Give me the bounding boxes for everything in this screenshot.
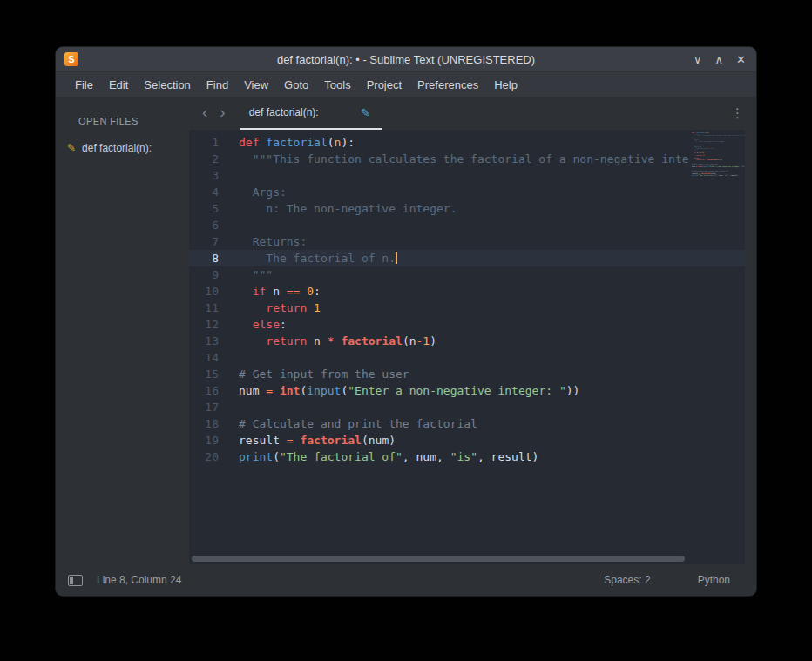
line-number: 1 [189,134,219,151]
line-number: 8 [189,250,219,266]
code-line[interactable]: 8 The factorial of n. [189,250,745,266]
code-line[interactable]: 9 """ [189,266,745,283]
line-number: 9 [189,266,219,283]
line-number: 18 [189,415,219,432]
menu-item-selection[interactable]: Selection [136,78,198,91]
window-title: def factorial(n): • - Sublime Text (UNRE… [56,53,756,66]
minimize-icon[interactable]: ∨ [694,54,702,65]
line-number: 15 [189,366,219,382]
tab-factorial-file[interactable]: def factorial(n): ✎ [240,97,382,130]
code-line[interactable]: 7 Returns: [189,233,745,250]
sidebar-file-label: def factorial(n): [82,142,152,154]
nav-back-button[interactable]: ‹ [196,103,213,122]
line-number: 19 [189,432,219,449]
editor-area[interactable]: 1def factorial(n):2 """This function cal… [189,130,745,564]
minimap-line: 20print("The factorial of", num, "is", r… [692,174,745,177]
menu-item-preferences[interactable]: Preferences [409,78,486,91]
code-line[interactable]: 10 if n == 0: [189,283,745,300]
line-number: 5 [189,200,219,217]
syntax-selector[interactable]: Python [698,574,730,586]
code-line[interactable]: 17 [189,399,745,415]
code-line[interactable]: 6 [189,217,745,233]
code-line[interactable]: 19result = factorial(num) [189,432,745,449]
sidebar-item-factorial-file[interactable]: ✎ def factorial(n): [56,142,189,154]
cursor-position-status: Line 8, Column 24 [97,574,181,586]
line-number: 2 [189,151,219,167]
nav-forward-button[interactable]: › [213,103,231,122]
code-line[interactable]: 4 Args: [189,184,745,200]
tab-bar: ‹ › def factorial(n): ✎ ⋮ [189,97,756,130]
code-lines[interactable]: 1def factorial(n):2 """This function cal… [189,130,745,465]
code-line[interactable]: 5 n: The non-negative integer. [189,200,745,217]
code-line[interactable]: 13 return n * factorial(n-1) [189,333,745,349]
code-line[interactable]: 2 """This function calculates the factor… [189,151,745,167]
code-line[interactable]: 15# Get input from the user [189,366,745,382]
sublime-logo-icon: S [64,52,78,66]
sidebar: OPEN FILES ✎ def factorial(n): [56,97,189,564]
menu-item-edit[interactable]: Edit [101,78,136,91]
menu-bar: File Edit Selection Find View Goto Tools… [56,71,756,97]
line-number: 17 [189,399,219,415]
line-number: 14 [189,349,219,366]
line-number: 20 [189,449,219,465]
sublime-window: S def factorial(n): • - Sublime Text (UN… [56,47,756,596]
code-line[interactable]: 1def factorial(n): [189,134,745,151]
menu-item-project[interactable]: Project [359,78,409,91]
minimap[interactable]: 1def factorial(n):2 """This function cal… [689,132,745,179]
code-line[interactable]: 16num = int(input("Enter a non-negative … [189,382,745,399]
code-line[interactable]: 20print("The factorial of", num, "is", r… [189,449,745,465]
horizontal-scrollbar[interactable] [192,556,685,562]
menu-item-goto[interactable]: Goto [276,78,316,91]
line-number: 4 [189,184,219,200]
menu-item-tools[interactable]: Tools [316,78,358,91]
text-caret [396,252,397,264]
line-number: 6 [189,217,219,233]
status-bar: Line 8, Column 24 Spaces: 2 Python [56,564,756,596]
line-number: 13 [189,333,219,349]
title-bar: S def factorial(n): • - Sublime Text (UN… [56,47,756,71]
menu-item-help[interactable]: Help [486,78,525,91]
open-files-heading: OPEN FILES [56,116,189,126]
sidebar-toggle-icon[interactable] [68,575,83,586]
code-line[interactable]: 14 [189,349,745,366]
tab-label: def factorial(n): [249,106,319,118]
line-number: 16 [189,382,219,399]
maximize-icon[interactable]: ∧ [715,54,724,65]
line-number: 3 [189,167,219,184]
code-line[interactable]: 11 return 1 [189,300,745,316]
modified-pencil-icon: ✎ [361,107,370,118]
minimap-line: 16num = int(input("Enter a non-negative … [692,165,745,168]
indent-setting[interactable]: Spaces: 2 [604,574,650,586]
minimap-line: 2 """This function calculates the factor… [692,134,745,137]
menu-item-file[interactable]: File [67,78,101,91]
menu-item-view[interactable]: View [236,78,276,91]
line-number: 7 [189,233,219,250]
modified-pencil-icon: ✎ [67,143,76,153]
code-line[interactable]: 18# Calculate and print the factorial [189,415,745,432]
code-line[interactable]: 12 else: [189,316,745,333]
line-number: 11 [189,300,219,316]
line-number: 10 [189,283,219,300]
close-icon[interactable]: ✕ [736,54,746,65]
code-line[interactable]: 3 [189,167,745,184]
menu-item-find[interactable]: Find [199,78,236,91]
tab-overflow-menu-icon[interactable]: ⋮ [731,105,744,121]
line-number: 12 [189,316,219,333]
